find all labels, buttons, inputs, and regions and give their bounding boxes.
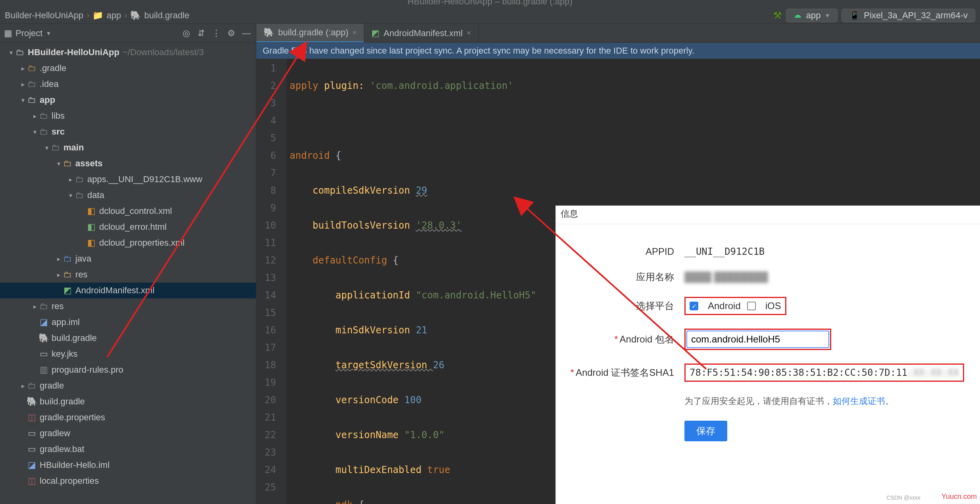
- sha1-input[interactable]: 78:F5:51:54:90:85:38:51:B2:CC:50:7D:11:X…: [684, 364, 964, 382]
- breadcrumb-root[interactable]: Builder-HelloUniApp: [5, 10, 83, 21]
- tree-file-gradle-properties[interactable]: ◫gradle.properties: [0, 410, 256, 425]
- tree-folder-res[interactable]: ▸🗀res: [0, 267, 256, 283]
- breadcrumb-sep-1: ›: [86, 10, 89, 21]
- xml-file-icon: ◧: [86, 238, 96, 248]
- run-config-label: app: [806, 10, 821, 21]
- navigation-bar: Builder-HelloUniApp › 📁 app › 🐘 build.gr…: [0, 7, 980, 24]
- window-title: HBuilder-HelloUniApp – build.gradle (:ap…: [407, 0, 573, 6]
- tab-label: AndroidManifest.xml: [384, 28, 463, 38]
- sync-notification-bar[interactable]: Gradle files have changed since last pro…: [256, 43, 980, 59]
- save-button[interactable]: 保存: [684, 421, 727, 441]
- tree-module-app[interactable]: ▾🗀app: [0, 92, 256, 108]
- ios-checkbox[interactable]: [747, 302, 756, 310]
- folder-icon: 🗀: [27, 79, 37, 89]
- ios-checkbox-label: iOS: [765, 300, 781, 312]
- file-icon: ▥: [39, 365, 48, 375]
- project-tree[interactable]: ▾🗀HBuilder-HelloUniApp~/Downloads/latest…: [0, 43, 256, 504]
- source-folder-icon: 🗀: [63, 254, 72, 264]
- appname-value-blurred: ████ ████████: [684, 271, 768, 282]
- watermark-yuucn: Yuucn.com: [942, 492, 977, 501]
- tab-build-gradle[interactable]: 🐘 build.gradle (:app) ×: [256, 24, 364, 42]
- iml-file-icon: ◪: [27, 460, 37, 470]
- close-icon[interactable]: ×: [352, 29, 357, 37]
- overlay-heading: 信息: [561, 208, 578, 220]
- tree-folder-assets[interactable]: ▾🗀assets: [0, 156, 256, 171]
- folder-icon: 🗀: [75, 175, 84, 184]
- properties-file-icon: ◫: [27, 413, 37, 422]
- tab-android-manifest[interactable]: ◩ AndroidManifest.xml ×: [364, 24, 478, 42]
- expand-all-icon[interactable]: ⇵: [196, 28, 207, 39]
- tree-file-build-gradle-root[interactable]: 🐘build.gradle: [0, 394, 256, 410]
- appid-label: APPID: [565, 246, 684, 257]
- window-titlebar: HBuilder-HelloUniApp – build.gradle (:ap…: [0, 0, 980, 7]
- tree-folder-apps[interactable]: ▸🗀apps.__UNI__D912C1B.www: [0, 171, 256, 187]
- chevron-down-icon[interactable]: ▼: [46, 30, 51, 37]
- file-icon: ▭: [39, 349, 48, 359]
- tree-file-key-jks[interactable]: ▭key.jks: [0, 346, 256, 362]
- tree-root[interactable]: ▾🗀HBuilder-HelloUniApp~/Downloads/latest…: [0, 44, 256, 60]
- tree-file-app-iml[interactable]: ◪app.iml: [0, 314, 256, 330]
- tree-folder-main[interactable]: ▾🗀main: [0, 140, 256, 156]
- close-icon[interactable]: ×: [467, 29, 471, 37]
- tree-file-local-properties[interactable]: ◫local.properties: [0, 473, 256, 489]
- gradle-icon: 🐘: [39, 333, 48, 343]
- project-label[interactable]: Project: [15, 28, 42, 38]
- project-panel-header: ▦ Project ▼ ◎ ⇵ ⋮ ⚙ —: [0, 24, 256, 43]
- tree-folder-res-2[interactable]: ▸🗀res: [0, 298, 256, 314]
- tree-file-gradlew[interactable]: ▭gradlew: [0, 425, 256, 441]
- tree-folder-gradle[interactable]: ▸🗀.gradle: [0, 60, 256, 76]
- tree-file-proguard[interactable]: ▥proguard-rules.pro: [0, 362, 256, 378]
- tree-folder-gradle-root[interactable]: ▸🗀gradle: [0, 378, 256, 394]
- android-checkbox[interactable]: ✓: [690, 302, 698, 310]
- gradle-icon: 🐘: [263, 27, 274, 38]
- sha1-label: Android 证书签名SHA1: [576, 367, 674, 378]
- tree-file-dcloud-properties[interactable]: ◧dcloud_properties.xml: [0, 235, 256, 251]
- tree-folder-libs[interactable]: ▸🗀libs: [0, 108, 256, 124]
- settings-icon[interactable]: ⚙: [226, 28, 237, 39]
- tree-folder-idea[interactable]: ▸🗀.idea: [0, 76, 256, 92]
- gradle-icon: 🐘: [27, 397, 37, 406]
- package-name-input[interactable]: [686, 331, 829, 348]
- tab-label: build.gradle (:app): [278, 27, 348, 38]
- breadcrumb-app[interactable]: app: [106, 10, 121, 21]
- resource-folder-icon: 🗀: [63, 270, 72, 279]
- folder-icon: 🗀: [39, 111, 48, 121]
- tree-file-dcloud-error[interactable]: ◧dcloud_error.html: [0, 219, 256, 235]
- breadcrumb-file[interactable]: build.gradle: [144, 10, 189, 21]
- batch-file-icon: ▭: [27, 444, 37, 454]
- resource-folder-icon: 🗀: [63, 159, 72, 168]
- how-to-generate-cert-link[interactable]: 如何生成证书: [833, 396, 885, 406]
- app-info-overlay-panel: 信息 APPID __UNI__D912C1B 应用名称 ████ ██████…: [555, 206, 980, 504]
- project-icon: 🗀: [15, 48, 25, 57]
- package-name-label: Android 包名: [620, 334, 674, 344]
- svg-point-0: [796, 15, 797, 16]
- android-checkbox-label: Android: [708, 300, 741, 312]
- fold-gutter[interactable]: [280, 59, 286, 504]
- run-configuration-select[interactable]: app ▼: [786, 9, 838, 22]
- separator-icon: ⋮: [211, 28, 222, 39]
- folder-icon: 📁: [92, 10, 103, 21]
- hide-panel-icon[interactable]: —: [241, 28, 252, 39]
- folder-icon: 🗀: [39, 302, 48, 311]
- tree-file-build-gradle[interactable]: 🐘build.gradle: [0, 330, 256, 346]
- platform-select-group: ✓ Android iOS: [684, 297, 786, 315]
- tree-file-android-manifest[interactable]: ◩AndroidManifest.xml: [0, 283, 256, 298]
- device-select[interactable]: 📱 Pixel_3a_API_32_arm64-v: [842, 9, 975, 22]
- select-opened-file-icon[interactable]: ◎: [181, 28, 192, 39]
- module-icon: 🗀: [27, 95, 37, 105]
- build-icon[interactable]: ⚒: [773, 10, 782, 21]
- tree-folder-data[interactable]: ▾🗀data: [0, 187, 256, 203]
- cert-hint-text: 为了应用安全起见，请使用自有证书，: [684, 396, 833, 406]
- folder-icon: 🗀: [27, 63, 37, 73]
- android-icon: [794, 11, 802, 20]
- tree-file-dcloud-control[interactable]: ◧dcloud_control.xml: [0, 203, 256, 219]
- xml-file-icon: ◧: [86, 206, 96, 216]
- folder-icon: 🗀: [39, 127, 48, 137]
- tree-file-gradlew-bat[interactable]: ▭gradlew.bat: [0, 441, 256, 457]
- tree-folder-src[interactable]: ▾🗀src: [0, 124, 256, 140]
- line-number-gutter: 1234567891011121314151617181920212223242…: [256, 59, 280, 504]
- device-label: Pixel_3a_API_32_arm64-v: [864, 10, 968, 21]
- tree-file-hbuilder-iml[interactable]: ◪HBuilder-Hello.iml: [0, 457, 256, 473]
- tree-folder-java[interactable]: ▸🗀java: [0, 251, 256, 267]
- sync-notification-text: Gradle files have changed since last pro…: [263, 46, 694, 56]
